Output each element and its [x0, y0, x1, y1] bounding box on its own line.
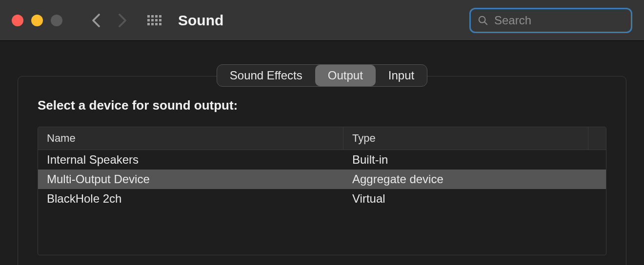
device-row[interactable]: Multi-Output Device Aggregate device	[38, 170, 606, 189]
device-row[interactable]: BlackHole 2ch Virtual	[38, 189, 606, 208]
svg-line-1	[484, 22, 487, 24]
search-icon	[478, 15, 488, 26]
device-row[interactable]: Internal Speakers Built-in	[38, 150, 606, 170]
back-button[interactable]	[92, 13, 101, 28]
chevron-left-icon	[92, 13, 101, 28]
column-header-spacer	[588, 127, 606, 150]
output-panel: Select a device for sound output: Name T…	[18, 76, 626, 265]
minimize-window-button[interactable]	[31, 15, 43, 26]
content-area: Sound Effects Output Input Select a devi…	[0, 41, 644, 265]
window-controls	[12, 15, 62, 26]
tabs: Sound Effects Output Input	[217, 64, 427, 87]
forward-button[interactable]	[118, 13, 127, 28]
device-type: Aggregate device	[343, 170, 606, 189]
device-table: Name Type Internal Speakers Built-in Mul…	[38, 127, 606, 255]
zoom-window-button[interactable]	[51, 15, 62, 26]
nav-arrows	[92, 13, 127, 28]
device-name: Multi-Output Device	[38, 170, 343, 189]
device-type: Built-in	[343, 150, 606, 170]
device-name: BlackHole 2ch	[38, 189, 343, 208]
device-type: Virtual	[343, 189, 606, 208]
show-all-button[interactable]	[147, 15, 161, 25]
device-name: Internal Speakers	[38, 150, 343, 170]
chevron-right-icon	[118, 13, 127, 28]
table-header: Name Type	[38, 127, 606, 150]
table-body: Internal Speakers Built-in Multi-Output …	[38, 150, 606, 255]
close-window-button[interactable]	[12, 15, 23, 26]
tab-output[interactable]: Output	[315, 65, 376, 86]
column-header-type[interactable]: Type	[343, 127, 588, 150]
titlebar: Sound	[0, 0, 644, 41]
search-input[interactable]	[494, 14, 640, 27]
column-header-name[interactable]: Name	[38, 127, 343, 150]
tab-sound-effects[interactable]: Sound Effects	[217, 65, 315, 86]
search-field-wrap[interactable]	[469, 8, 632, 33]
tab-input[interactable]: Input	[376, 65, 427, 86]
window-title: Sound	[178, 12, 223, 29]
section-label: Select a device for sound output:	[38, 98, 606, 113]
